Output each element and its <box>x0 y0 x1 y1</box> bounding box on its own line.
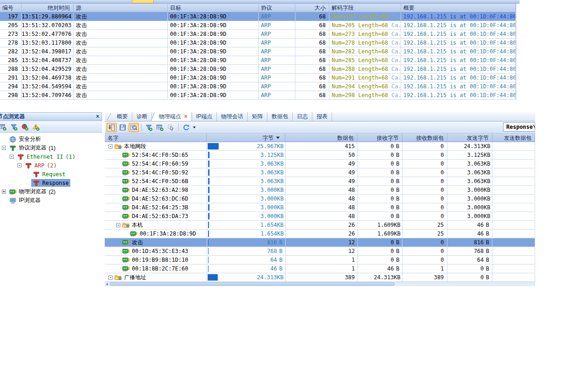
locate-button[interactable] <box>129 123 139 132</box>
horizontal-scrollbar[interactable] <box>105 282 535 286</box>
add-alarm-button[interactable] <box>31 122 41 132</box>
column-header[interactable]: 接收数据包 <box>402 133 447 142</box>
add-table-button[interactable] <box>155 123 165 132</box>
tree-item-request[interactable]: Request <box>0 170 102 178</box>
table-row[interactable]: 28213:52:04.398017攻击00:1F:3A:28:D8:9DARP… <box>0 47 516 56</box>
adapter-icon <box>122 247 130 255</box>
rx-packets-cell: 25 <box>402 221 447 229</box>
tree-item-arp[interactable]: -ARP(2) <box>0 161 102 170</box>
table-row[interactable]: 28513:52:04.408737攻击00:1F:3A:28:D8:9DARP… <box>0 56 516 65</box>
table-row[interactable]: -广播地址24.313KB38924.313KB3890B <box>105 273 535 282</box>
summary-text: 192.168.1.215 is at 00:1D:0F:44:80:52 <box>403 66 516 72</box>
tree-item-ethernet-ii[interactable]: -Ethernet II(1) <box>0 152 102 161</box>
table-row[interactable]: 52:54:4C:F0:60:593.063KB490B03.063KB <box>105 160 535 168</box>
column-header-label: 数据包 <box>337 134 354 142</box>
bytes-number: 3.000 <box>260 186 277 194</box>
add-filter-button[interactable] <box>144 123 154 132</box>
column-header[interactable]: 名字 <box>105 133 207 142</box>
table-row[interactable]: D4:AE:52:63:DC:6D3.000KB480B03.000KB <box>105 195 535 203</box>
select-button[interactable] <box>166 123 176 132</box>
row-expander-icon[interactable]: - <box>108 144 113 149</box>
column-header[interactable]: 编号 <box>0 4 22 12</box>
column-header[interactable]: 绝对时间 <box>22 4 74 12</box>
table-row[interactable]: 00:18:8B:2C:7E:6046B146B10B <box>105 264 535 273</box>
tab-物理端点[interactable]: 物理端点× <box>154 112 192 121</box>
tab-物理会话[interactable]: 物理会话 <box>217 112 248 121</box>
column-header[interactable]: 协议 <box>259 4 295 12</box>
tree-expander-icon[interactable]: - <box>2 146 6 150</box>
add-table-button[interactable] <box>0 122 8 132</box>
column-header[interactable]: 概要 <box>401 4 516 12</box>
column-header[interactable]: 发送数据包 <box>492 133 535 142</box>
table-row[interactable]: -本地网段25.967KB4150B024.313KB <box>105 142 535 151</box>
rx-bytes-number: 0 <box>390 177 394 185</box>
row-expander-icon[interactable]: - <box>108 276 113 280</box>
tree-expander-icon[interactable]: + <box>2 190 6 194</box>
tree-expander-icon[interactable]: - <box>17 163 22 167</box>
dropdown-caret-icon[interactable] <box>193 126 196 128</box>
tree-item-node[interactable]: -协议浏览器(1) <box>0 144 102 152</box>
scroll-left-icon[interactable] <box>106 283 108 286</box>
table-row[interactable]: 20513:51:32.070203攻击00:1F:3A:28:D8:9DARP… <box>0 21 516 30</box>
add-filter-button[interactable] <box>9 122 19 132</box>
table-row[interactable]: D4:AE:52:64:25:3B3.000KB480B03.000KB <box>105 203 535 212</box>
tab-IP端点[interactable]: IP端点 <box>192 112 217 121</box>
bytes-unit: KB <box>277 168 285 177</box>
tab-诊断[interactable]: 诊断 <box>132 112 152 121</box>
close-panel-icon[interactable]: × <box>96 113 99 121</box>
column-header[interactable]: 接收字节 <box>357 133 402 142</box>
table-row[interactable]: 27313:52:02.477076攻击00:1F:3A:28:D8:9DARP… <box>0 30 516 39</box>
table-row[interactable]: -本机1.654KB261.609KB2546B <box>105 221 535 230</box>
decode-part: Length=68 <box>358 48 388 55</box>
column-header[interactable]: 发送字节 <box>447 133 492 142</box>
column-header[interactable]: 源 <box>74 4 168 12</box>
tree-expander-icon[interactable]: - <box>10 155 14 159</box>
column-header[interactable]: 目标 <box>168 4 259 12</box>
tree-item-node[interactable]: 安全分析 <box>0 135 102 144</box>
save-button[interactable] <box>118 123 128 132</box>
table-row[interactable]: 攻击816B120B0816B <box>105 238 535 247</box>
column-header[interactable]: 字节 <box>207 133 285 142</box>
table-row[interactable]: 00:19:B9:B8:1D:1064B10B064B <box>105 256 535 264</box>
adapter-icon <box>122 178 130 185</box>
export-button[interactable] <box>107 123 117 132</box>
tab-概要[interactable]: 概要 <box>113 112 132 121</box>
column-header[interactable]: 数据包 <box>285 133 357 142</box>
add-chart-button[interactable] <box>20 122 30 132</box>
row-expander-icon[interactable]: - <box>116 223 120 227</box>
table-row[interactable]: D4:AE:52:63:A2:983.000KB480B03.000KB <box>105 186 535 195</box>
table-row[interactable]: 52:54:4C:F0:5D:923.063KB490B03.063KB <box>105 168 535 177</box>
tree-item-node[interactable]: +物理浏览器(2) <box>0 187 102 196</box>
tab-数据包[interactable]: 数据包 <box>267 112 293 121</box>
close-tab-icon[interactable]: × <box>184 113 187 120</box>
refresh-button[interactable] <box>181 123 191 132</box>
table-row[interactable]: 52:54:4C:F0:5D:653.125KB500B03.125KB <box>105 151 535 160</box>
rx-packets-cell: 0 <box>402 256 447 264</box>
table-row[interactable]: 00:1F:3A:28:D8:9D1.654KB261.609KB2546B <box>105 230 535 238</box>
table-row[interactable]: 19713:51:29.880964攻击00:1F:3A:28:D8:9DARP… <box>0 12 516 21</box>
tree-item-node[interactable]: IP浏览器 <box>0 196 102 205</box>
table-row[interactable]: 29813:52:04.709746攻击00:1F:3A:28:D8:9DARP… <box>0 91 516 100</box>
table-row[interactable]: D4:AE:52:63:DA:733.000KB480B03.000KB <box>105 212 535 221</box>
traffic-bar <box>208 265 209 272</box>
column-header[interactable]: 大小 <box>295 4 329 12</box>
rx-packets-value: 0 <box>441 238 444 247</box>
bytes-cell: 3.063KB <box>207 160 286 168</box>
table-row[interactable]: 00:1D:45:3C:E3:43768B120B0768B <box>105 247 535 256</box>
tab-矩阵[interactable]: 矩阵 <box>248 112 267 121</box>
table-row[interactable]: 28813:52:04.429529攻击00:1F:3A:28:D8:9DARP… <box>0 65 516 74</box>
decode-part: Num=298 <box>332 92 355 98</box>
scrollbar-thumb[interactable] <box>110 282 395 286</box>
bytes-value: 25.967KB <box>257 142 285 150</box>
table-row[interactable]: 29413:52:04.549594攻击00:1F:3A:28:D8:9DARP… <box>0 82 516 91</box>
tab-报表[interactable]: 报表 <box>312 112 332 121</box>
bytes-number: 64 <box>271 256 277 264</box>
tab-日志[interactable]: 日志 <box>293 112 312 121</box>
table-row[interactable]: 29113:52:04.469738攻击00:1F:3A:28:D8:9DARP… <box>0 74 516 82</box>
table-row[interactable]: 52:54:4C:F0:5D:6B3.063KB490B03.063KB <box>105 177 535 186</box>
tree-item-response[interactable]: Response <box>0 178 102 187</box>
packet-decode: Num=197 Length=68 Ca... <box>329 12 401 21</box>
packet-src: 攻击 <box>74 65 168 73</box>
column-header[interactable]: 解码字段 <box>329 4 401 12</box>
table-row[interactable]: 27813:52:03.117800攻击00:1F:3A:28:D8:9DARP… <box>0 39 516 47</box>
